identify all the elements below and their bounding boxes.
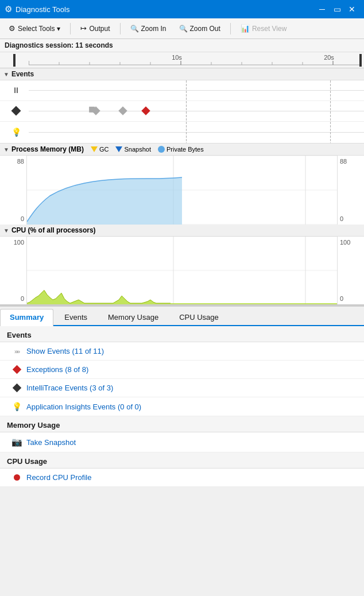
gc-triangle-icon [91,146,98,152]
cpu-y-labels-right: 100 0 [338,237,364,304]
camera-icon: 📷 [11,437,22,447]
snapshot-triangle-icon [115,146,122,152]
restore-button[interactable]: ▭ [330,2,344,17]
cpu-y-labels-left: 100 0 [0,237,26,304]
toolbar-separator [70,23,71,34]
tab-memory-usage[interactable]: Memory Usage [98,309,168,325]
zoom-out-icon: 🔍 [179,25,188,33]
private-bytes-legend: Private Bytes [158,146,204,153]
event-track-bulb [29,122,364,143]
zoom-in-button[interactable]: 🔍 Zoom In [125,22,172,35]
events-chart: ⏸ [0,80,364,144]
tab-events[interactable]: Events [55,309,97,325]
title-bar-left: ⚙ Diagnostic Tools [5,4,69,14]
charts-area: ▼ Events ⏸ [0,68,364,307]
app-insights-item[interactable]: 💡 Application Insights Events (0 of 0) [0,397,364,416]
snapshot-legend: Snapshot [115,146,150,153]
events-section-header[interactable]: ▼ Events [0,68,364,80]
event-row-pause: ⏸ [0,80,364,101]
memory-chart-plot [26,156,338,225]
close-button[interactable]: ✕ [344,2,359,17]
cpu-chart-body: 100 0 100 0 [0,237,364,305]
zoom-in-icon: 🔍 [130,25,139,33]
pause-icon-cell: ⏸ [3,86,29,95]
record-cpu-item[interactable]: Record CPU Profile [0,469,364,487]
lightbulb-icon: 💡 [11,127,21,137]
dropdown-arrow-icon: ▾ [57,25,60,33]
session-bar: Diagnostics session: 11 seconds [0,39,364,52]
zoom-out-button[interactable]: 🔍 Zoom Out [174,22,226,35]
bottom-panel: Summary Events Memory Usage CPU Usage Ev… [0,307,364,487]
diamond-black-icon [11,106,21,116]
cpu-collapse-icon: ▼ [3,227,9,234]
record-icon-cell [11,474,22,481]
events-summary-title: Events [0,326,364,342]
title-bar-controls: ─ ▭ ✕ [315,2,359,17]
memory-y-labels-left: 88 0 [0,156,26,225]
svg-text:20s: 20s [324,54,334,61]
take-snapshot-item[interactable]: 📷 Take Snapshot [0,432,364,452]
collapse-arrow-icon: ▼ [3,71,9,78]
cpu-usage-summary-title: CPU Usage [0,452,364,469]
show-events-item[interactable]: »» Show Events (11 of 11) [0,342,364,361]
show-events-icon: »» [11,348,22,355]
memory-usage-summary-title: Memory Usage [0,416,364,432]
toolbar: ⚙ Select Tools ▾ ↦ Output 🔍 Zoom In 🔍 Zo… [0,18,364,39]
minimize-button[interactable]: ─ [315,2,330,17]
exceptions-icon [11,366,22,373]
cpu-section-header[interactable]: ▼ CPU (% of all processors) [0,225,364,237]
pause-icon: ⏸ [12,86,20,95]
reset-view-icon: 📊 [241,24,250,33]
reset-view-button[interactable]: 📊 Reset View [235,22,292,35]
dots-icon: »» [14,348,19,355]
event-row-diamonds [0,101,364,122]
gc-legend: GC [91,146,109,153]
memory-collapse-icon: ▼ [3,146,9,153]
memory-chart-body: 88 0 88 0 [0,156,364,225]
toolbar-separator-2 [120,23,121,34]
gear-icon: ⚙ [9,24,16,33]
cpu-chart-plot [26,237,338,304]
event-track-diamonds [29,101,364,121]
select-tools-button[interactable]: ⚙ Select Tools ▾ [3,22,65,35]
output-icon: ↦ [80,24,87,33]
intellitrace-icon [11,385,22,391]
tab-cpu-usage[interactable]: CPU Usage [169,309,229,325]
exceptions-item[interactable]: Exceptions (8 of 8) [0,361,364,379]
private-bytes-circle-icon [158,146,165,153]
diamond-icon-cell [3,107,29,114]
intellitrace-item[interactable]: IntelliTrace Events (3 of 3) [0,379,364,397]
toolbar-separator-3 [230,23,231,34]
summary-content: Events »» Show Events (11 of 11) Excepti… [0,326,364,487]
window-title: Diagnostic Tools [16,5,69,14]
memory-y-labels-right: 88 0 [338,156,364,225]
app-insights-icon: 💡 [11,402,22,411]
title-bar: ⚙ Diagnostic Tools ─ ▭ ✕ [0,0,364,18]
output-button[interactable]: ↦ Output [75,22,115,35]
exception-diamond-icon [12,365,21,374]
event-row-bulb: 💡 [0,122,364,143]
svg-text:10s: 10s [172,54,182,61]
event-track-pause [29,80,364,100]
timeline-ruler: 10s 20s [0,52,364,68]
tab-bar: Summary Events Memory Usage CPU Usage [0,307,364,326]
intellitrace-diamond-icon [12,384,21,393]
camera-icon-cell: 📷 [11,437,22,447]
gear-icon: ⚙ [5,4,12,14]
record-circle-icon [14,474,20,481]
bulb-icon-cell: 💡 [3,127,29,137]
app-insights-bulb-icon: 💡 [12,402,22,411]
memory-section-header[interactable]: ▼ Process Memory (MB) GC Snapshot Privat… [0,144,364,156]
tab-summary[interactable]: Summary [0,309,53,326]
